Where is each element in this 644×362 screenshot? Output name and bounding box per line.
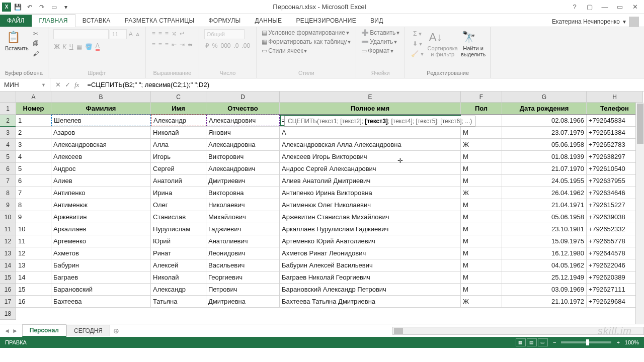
cell[interactable]: Анатолиевич — [206, 235, 280, 247]
cell[interactable]: Анатолий — [151, 175, 206, 187]
col-header-B[interactable]: B — [51, 92, 151, 103]
bold-icon[interactable]: Ж — [53, 42, 61, 51]
col-header-H[interactable]: H — [587, 92, 643, 103]
cell[interactable]: 14 — [16, 272, 51, 283]
find-select-button[interactable]: 🔭 Найти и выделить — [461, 29, 486, 57]
row-header[interactable]: 17 — [0, 296, 16, 308]
cell[interactable]: Александровна — [206, 139, 280, 150]
cell[interactable]: 23.10.1981 — [502, 223, 587, 235]
view-normal-icon[interactable]: ▦ — [516, 338, 526, 346]
cancel-formula-icon[interactable]: ✕ — [55, 81, 61, 89]
cell[interactable]: +792622046 — [587, 259, 643, 271]
cell[interactable]: Аркаллаев — [51, 223, 151, 235]
cell[interactable]: 04.05.1962 — [502, 259, 587, 271]
row-header[interactable]: 13 — [0, 247, 16, 259]
font-family-input[interactable] — [53, 29, 109, 39]
cell[interactable]: Алиев — [51, 175, 151, 187]
cell[interactable]: М — [461, 284, 502, 295]
cell[interactable]: 23.07.1979 — [502, 127, 587, 138]
row-header[interactable]: 7 — [0, 175, 16, 187]
cell[interactable]: Михайлович — [206, 211, 280, 223]
cell[interactable]: М — [461, 199, 502, 211]
cell[interactable]: Антипенко — [51, 187, 151, 199]
row-header[interactable]: 16 — [0, 284, 16, 296]
cell[interactable]: 3 — [16, 139, 51, 150]
cell[interactable]: Янович — [206, 127, 280, 138]
cell[interactable]: М — [461, 247, 502, 259]
row-header[interactable]: 9 — [0, 199, 16, 211]
cell[interactable]: Александровская — [51, 139, 151, 150]
cell[interactable]: 13 — [16, 259, 51, 271]
cell[interactable]: Татьяна — [151, 296, 206, 307]
header-cell[interactable]: Пол — [461, 103, 502, 114]
cell[interactable]: 9 — [16, 211, 51, 223]
cell[interactable]: Бабурин Алексей Васильевич — [280, 259, 461, 271]
cell[interactable]: Ж — [461, 187, 502, 199]
scroll-thumb[interactable] — [394, 328, 403, 334]
cell[interactable]: +792638297 — [587, 151, 643, 162]
close-icon[interactable]: ✕ — [628, 2, 642, 13]
cell[interactable]: Аржевитин Станислав Михайлович — [280, 211, 461, 223]
cell[interactable]: Игорь — [151, 151, 206, 162]
border-icon[interactable]: ▦ — [75, 42, 83, 51]
cell[interactable]: Дмитриевич — [206, 175, 280, 187]
row-header[interactable]: 11 — [0, 223, 16, 235]
cell[interactable]: 21.10.1972 — [502, 296, 587, 307]
cell[interactable]: Николай — [151, 272, 206, 283]
view-page-break-icon[interactable]: ▭ — [538, 338, 548, 346]
cell[interactable]: Антипенко Ирина Викторовна — [280, 187, 461, 199]
cell[interactable]: +792637955 — [587, 175, 643, 187]
cell[interactable]: 25.12.1949 — [502, 272, 587, 283]
maximize-icon[interactable]: ▭ — [613, 2, 627, 13]
cell[interactable]: +792645834 — [587, 115, 643, 126]
cell[interactable]: Ж — [461, 296, 502, 307]
align-bottom-icon[interactable]: ≡ — [164, 29, 170, 38]
header-cell[interactable]: Телефон — [587, 103, 643, 114]
cell[interactable]: 1 — [16, 115, 51, 126]
select-all-corner[interactable] — [0, 92, 16, 103]
cell[interactable]: 15.09.1975 — [502, 235, 587, 247]
cell[interactable]: Александр — [151, 284, 206, 295]
excel-icon[interactable]: X — [2, 3, 11, 12]
cell[interactable]: Ринат — [151, 247, 206, 259]
format-as-table-button[interactable]: ▦ Форматировать как таблицу ▾ — [262, 38, 351, 45]
cell[interactable]: 10 — [16, 223, 51, 235]
cell[interactable]: Викторович — [206, 151, 280, 162]
comma-icon[interactable]: 000 — [219, 41, 231, 50]
col-header-F[interactable]: F — [461, 92, 502, 103]
cell[interactable]: +792655778 — [587, 235, 643, 247]
increase-indent-icon[interactable]: ⇥ — [179, 40, 186, 49]
cell-styles-button[interactable]: ▭ Стили ячеек ▾ — [262, 47, 307, 54]
row-header[interactable]: 8 — [0, 187, 16, 199]
autosum-icon[interactable]: Σ ▾ — [410, 29, 424, 38]
row-headers[interactable]: 123456789101112131415161718 — [0, 103, 16, 320]
enter-formula-icon[interactable]: ✓ — [65, 81, 70, 89]
cell[interactable]: 05.06.1958 — [502, 139, 587, 150]
format-cells-button[interactable]: ▭ Формат ▾ — [361, 47, 393, 54]
cell[interactable]: +792620389 — [587, 272, 643, 283]
cell[interactable]: М — [461, 127, 502, 138]
cell[interactable]: 03.09.1969 — [502, 284, 587, 295]
cell[interactable]: Бахтеева Татьяна Дмитриевна — [280, 296, 461, 307]
cell[interactable]: Ахметов Ринат Леонидович — [280, 247, 461, 259]
redo-icon[interactable]: ↷ — [36, 2, 47, 13]
tab-formulas[interactable]: ФОРМУЛЫ — [201, 15, 248, 27]
row-header[interactable]: 5 — [0, 151, 16, 163]
row-header[interactable]: 3 — [0, 127, 16, 139]
cell[interactable]: М — [461, 211, 502, 223]
cut-icon[interactable]: ✂ — [32, 29, 40, 38]
merge-icon[interactable]: ⬌ — [187, 40, 194, 49]
tab-file[interactable]: ФАЙЛ — [0, 15, 32, 27]
cell[interactable]: Гаджиевич — [206, 223, 280, 235]
cell[interactable]: Александр — [151, 115, 206, 126]
cell[interactable]: Георгиевич — [206, 272, 280, 283]
cell[interactable]: Николай — [151, 127, 206, 138]
cell[interactable]: Алексей — [151, 259, 206, 271]
align-right-icon[interactable]: ≡ — [164, 40, 170, 49]
cell[interactable]: Леонидович — [206, 247, 280, 259]
vertical-scrollbar[interactable] — [635, 103, 644, 324]
cell[interactable]: 16 — [16, 296, 51, 307]
currency-icon[interactable]: ₽ — [204, 41, 210, 50]
cell[interactable]: М — [461, 235, 502, 247]
cell[interactable]: Бахтеева — [51, 296, 151, 307]
